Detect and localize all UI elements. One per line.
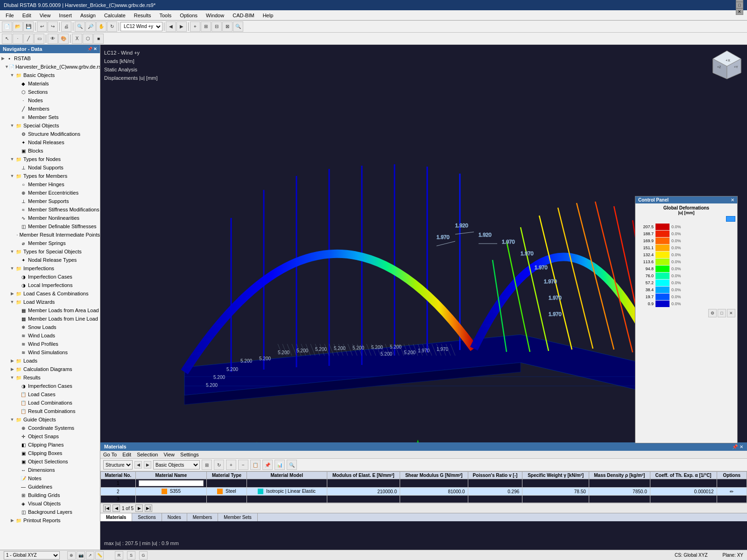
tree-item-clipping-planes[interactable]: ◧Clipping Planes [0,441,100,449]
structure-selector[interactable]: Structure [103,460,133,469]
tree-item-load-combinations[interactable]: 📋Load Combinations [0,399,100,407]
cp-expand-icon[interactable]: □ [718,309,726,317]
zoom-out[interactable]: 🔎 [85,21,96,32]
tree-item-imperfections[interactable]: ▼📁Imperfections [0,264,100,273]
tree-item-basic-objects[interactable]: ▼📁Basic Objects [0,71,100,79]
maximize-button[interactable]: □ [736,2,743,8]
tree-item-clipping-boxes[interactable]: ▣Clipping Boxes [0,449,100,457]
tb-btn-3[interactable]: ⊟ [211,21,222,32]
tree-item-object-snaps[interactable]: ✛Object Snaps [0,432,100,441]
tree-item-wind-loads[interactable]: ≋Wind Loads [0,331,100,340]
tree-item-results[interactable]: ▼📁Results [0,373,100,382]
view-btn[interactable]: View [163,452,175,457]
settings-btn[interactable]: Settings [180,452,199,457]
tree-item-structure-modifications[interactable]: ⚙Structure Modifications [0,130,100,138]
tree-item-result-combinations[interactable]: 📋Result Combinations [0,407,100,415]
wireframe-btn[interactable]: ⬡ [83,34,93,44]
tree-item-materials[interactable]: ◆Materials [0,79,100,88]
tree-item-guidelines[interactable]: —Guidelines [0,483,100,491]
cp-settings-icon[interactable]: ⚙ [708,309,717,317]
tree-item-member-definable-stiffnesses[interactable]: ◫Member Definable Stiffnesses [0,222,100,231]
tree-item-dimensions[interactable]: ↔Dimensions [0,466,100,474]
tab-member-sets[interactable]: Member Sets [218,513,257,521]
tree-item-member-springs[interactable]: ⌀Member Springs [0,239,100,247]
tree-item-object-selections[interactable]: ▣Object Selections [0,457,100,466]
menu-results[interactable]: Results [130,12,155,19]
tree-item-types-for-special-objects[interactable]: ▼📁Types for Special Objects [0,247,100,256]
tree-item-member-result-intermediate-points[interactable]: ·Member Result Intermediate Points [0,231,100,239]
print-button[interactable]: 🖨 [61,21,71,32]
new-button[interactable]: 📄 [2,21,12,32]
tree-item-nodal-release-types[interactable]: ✦Nodal Release Types [0,256,100,264]
tree-item-nodal-releases[interactable]: ✦Nodal Releases [0,138,100,147]
color-btn[interactable]: 🎨 [58,34,69,44]
tab-sections[interactable]: Sections [132,513,162,521]
menu-file[interactable]: File [2,12,18,19]
display-btn[interactable]: 👁 [48,34,58,44]
nav-next[interactable]: ▶ [144,461,151,469]
tree-item-imperfection-cases[interactable]: ◑Imperfection Cases [0,273,100,281]
prev-lc[interactable]: ◀ [166,21,176,32]
select-btn[interactable]: ↖ [2,34,12,44]
tree-item-member-nonlinearities[interactable]: ∿Member Nonlinearities [0,214,100,222]
tree-item-building-grids[interactable]: ⊞Building Grids [0,491,100,499]
basic-objects-selector[interactable]: Basic Objects [153,460,200,469]
menu-tools[interactable]: Tools [155,12,175,19]
next-page-btn[interactable]: ▶ [135,504,143,512]
axis-icon[interactable]: ↗ [86,551,94,560]
cp-close-button[interactable]: ✕ [731,197,734,203]
tree-item-snow-loads[interactable]: ❄Snow Loads [0,323,100,331]
selection-btn[interactable]: Selection [137,452,158,457]
zoom-in[interactable]: 🔍 [75,21,85,32]
search-table-icon[interactable]: 🔍 [287,460,297,470]
tree-item-coordinate-systems[interactable]: ⊕Coordinate Systems [0,424,100,432]
tree-item-visual-objects[interactable]: ◈Visual Objects [0,499,100,508]
pan[interactable]: ✋ [96,21,106,32]
first-page-btn[interactable]: |◀ [103,504,111,512]
rotate[interactable]: ↻ [107,21,117,32]
cp-close-btn[interactable]: ✕ [727,309,735,317]
tree-item-member-loads-from-area-load[interactable]: ▦Member Loads from Area Load [0,306,100,315]
tree-item-harvesterbrckecwwwgrbvders9[interactable]: ▼📄Harvester_Brücke_(C)www.grbv.de.rs9* [0,63,100,71]
table-row[interactable]: 1 [101,479,747,488]
refresh-icon[interactable]: ↻ [214,460,224,470]
tree-item-types-for-members[interactable]: ▼📁Types for Members [0,172,100,180]
surfaces-btn[interactable]: ▭ [34,34,44,44]
tree-item-notes[interactable]: 📝Notes [0,474,100,483]
menu-help[interactable]: Help [259,12,277,19]
close-button[interactable]: ✕ [736,8,743,15]
search-icon[interactable]: 🔍 [233,21,243,32]
tree-item-load-cases[interactable]: 📋Load Cases [0,390,100,399]
tab-materials[interactable]: Materials [100,513,132,521]
tree-item-members[interactable]: ╱Members [0,105,100,113]
tree-item-member-eccentricities[interactable]: ⊕Member Eccentricities [0,189,100,197]
tree-item-loads[interactable]: ▶📁Loads [0,357,100,365]
open-button[interactable]: 📂 [13,21,23,32]
material-name-input-1[interactable] [139,480,204,486]
table-row[interactable]: 2 S355 Steel Isotropic | Linear Elastic … [101,488,747,496]
tree-item-types-for-nodes[interactable]: ▼📁Types for Nodes [0,155,100,163]
nodes-btn[interactable]: · [13,34,23,44]
menu-view[interactable]: View [36,12,55,19]
tree-item-member-sets[interactable]: ≡Member Sets [0,113,100,121]
tree-item-special-objects[interactable]: ▼📁Special Objects [0,121,100,130]
delete-row-icon[interactable]: − [238,460,248,470]
tree-item-guide-objects[interactable]: ▼📁Guide Objects [0,415,100,424]
goto-btn[interactable]: Go To [103,452,117,457]
tb-btn-4[interactable]: ⊠ [222,21,233,32]
tree-item-wind-simulations[interactable]: ≋Wind Simulations [0,348,100,357]
menu-options[interactable]: Options [176,12,201,19]
menu-edit[interactable]: Edit [19,12,35,19]
tree-item-sections[interactable]: ⬡Sections [0,88,100,96]
tree-item-nodes[interactable]: ·Nodes [0,96,100,105]
export-excel-icon[interactable]: 📊 [275,460,285,470]
save-button[interactable]: 💾 [23,21,34,32]
tree-item-blocks[interactable]: ▣Blocks [0,147,100,155]
menu-cad-bim[interactable]: CAD-BIM [229,12,258,19]
tree-item-member-supports[interactable]: ⊥Member Supports [0,197,100,205]
tree-item-imperfection-cases[interactable]: ◑Imperfection Cases [0,382,100,390]
tree-item-load-cases--combinations[interactable]: ▶📁Load Cases & Combinations [0,289,100,298]
nav-pin-icon[interactable]: 📌 [87,47,92,51]
tree-item-printout-reports[interactable]: ▶📁Printout Reports [0,516,100,525]
paste-icon[interactable]: 📌 [262,460,273,470]
